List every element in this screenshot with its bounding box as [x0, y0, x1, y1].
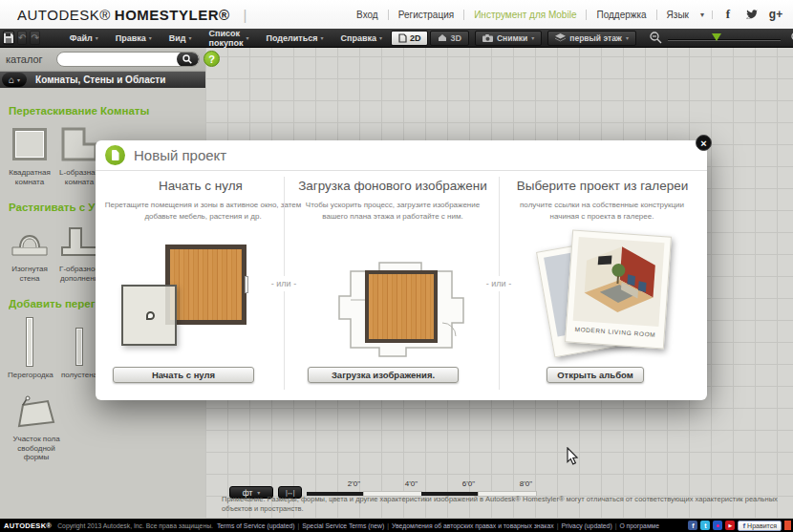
zoom-slider-track: [668, 39, 781, 41]
option-upload-description: Чтобы ускорить процесс, загрузите изобра…: [298, 200, 487, 223]
footer-links: Terms of Service (updated) Special Servi…: [217, 522, 665, 529]
view-3d-button[interactable]: 3D: [430, 31, 469, 46]
catalog-item-curved-wall[interactable]: Изогнутая стена: [8, 220, 52, 283]
language-dropdown-icon[interactable]: ▾: [698, 11, 713, 19]
close-icon[interactable]: ×: [696, 135, 712, 151]
footer-link-terms[interactable]: Terms of Service (updated): [217, 522, 302, 529]
ruler-tick: 6'0": [442, 479, 475, 488]
option-upload-heading: Загрузка фонового изображени: [291, 179, 494, 193]
menu-help[interactable]: Справка▾: [332, 29, 391, 48]
top-bar: AUTODESK®HOMESTYLER® | Вход Регистрация …: [0, 0, 793, 29]
google-plus-icon[interactable]: g+: [768, 7, 783, 22]
logo-divider: |: [244, 7, 247, 23]
option-scratch-heading: Начать с нуля: [105, 179, 296, 193]
zoom-slider-thumb[interactable]: [712, 33, 721, 41]
language-link[interactable]: Язык: [657, 10, 698, 20]
halfwall-icon: [75, 328, 83, 366]
zoom-slider[interactable]: [668, 32, 781, 44]
footer-bar: AUTODESK® Copyright 2013 Autodesk, Inc. …: [0, 519, 793, 532]
catalog-search-row: каталог: [0, 48, 205, 72]
or-separator: - или -: [270, 276, 297, 291]
footer-social-icons: f t ▶ f Нравится: [688, 521, 791, 531]
breadcrumb: Комнаты, Стены и Области: [35, 74, 165, 85]
open-album-button[interactable]: Открыть альбом: [547, 367, 644, 383]
help-button[interactable]: ?: [204, 51, 220, 67]
snapshots-dropdown[interactable]: Снимки▾: [475, 31, 542, 46]
upload-image-button[interactable]: Загрузка изображения.: [308, 367, 459, 383]
footer-link-about[interactable]: О программе: [619, 522, 665, 529]
ruler-tick: 8'0": [500, 479, 532, 488]
catalog-label: каталог: [6, 53, 43, 65]
dialog-header: Новый проект: [96, 140, 707, 171]
camera-icon: [482, 34, 493, 42]
or-separator: - или -: [485, 276, 512, 291]
catalog-item-square-room[interactable]: Квадратная комната: [8, 123, 52, 186]
twitter-icon[interactable]: [744, 7, 760, 22]
start-from-scratch-button[interactable]: Начать с нуля: [113, 367, 254, 383]
youtube-icon[interactable]: ▶: [725, 521, 735, 530]
floor-selector-dropdown[interactable]: первый этаж▾: [547, 31, 636, 46]
flickr-icon[interactable]: [713, 521, 722, 530]
footer-link-special-terms[interactable]: Special Service Terms (new): [302, 522, 392, 529]
save-button[interactable]: [3, 31, 14, 45]
homestyler-app: AUTODESK®HOMESTYLER® | Вход Регистрация …: [0, 0, 793, 532]
share-icon[interactable]: [784, 521, 791, 530]
layers-icon: [555, 33, 566, 42]
footer-link-privacy[interactable]: Privacy (updated): [561, 522, 619, 529]
house-icon: [438, 33, 447, 42]
zoom-controls: [644, 32, 793, 44]
footer-autodesk-logo: AUTODESK®: [4, 521, 52, 530]
catalog-item-partition[interactable]: Перегородка: [8, 316, 52, 380]
footer-link-trademarks[interactable]: Уведомления об авторских правах и товарн…: [392, 522, 561, 529]
ruler-tick: 2'0": [328, 479, 360, 488]
logo-homestyler: HOMESTYLER®: [115, 7, 230, 23]
menu-file[interactable]: Файл▾: [61, 29, 107, 48]
new-project-icon: [105, 145, 125, 165]
register-link[interactable]: Регистрация: [389, 10, 464, 20]
disclaimer-text: Примечание. Размеры, формы, цвета и друг…: [222, 495, 793, 514]
new-project-dialog: × Новый проект Начать с нуля Перетащите …: [96, 140, 707, 400]
gallery-polaroid-front[interactable]: MODERN LIVING ROOM: [565, 230, 672, 350]
menu-view[interactable]: Вид▾: [161, 29, 201, 48]
option-scratch-description: Перетащите помещения и зоны в активное о…: [100, 200, 306, 223]
autodesk-homestyler-logo: AUTODESK®HOMESTYLER®: [17, 7, 230, 23]
facebook-f-icon: f: [742, 521, 745, 530]
search-input[interactable]: [65, 53, 177, 65]
login-link[interactable]: Вход: [347, 10, 389, 20]
ruler-tick: 4'0": [385, 479, 418, 488]
footer-copyright: Copyright 2013 Autodesk, Inc. Все права …: [57, 522, 213, 529]
catalog-home-button[interactable]: ⌂ ▾: [2, 73, 27, 87]
menu-share[interactable]: Поделиться▾: [257, 29, 332, 48]
partition-icon: [26, 317, 33, 367]
main-toolbar: ↶ ↷ Файл▾ Правка▾ Вид▾ Список покупок▾ П…: [0, 29, 793, 48]
option-gallery-heading: Выберите проект из галереи: [504, 179, 700, 193]
room-resize-handle: [245, 276, 248, 293]
facebook-icon[interactable]: f: [688, 521, 697, 530]
support-link[interactable]: Поддержка: [587, 10, 656, 20]
view-2d-button[interactable]: 2D: [391, 31, 429, 46]
home-icon: ⌂: [9, 75, 14, 85]
logo-autodesk: AUTODESK®: [17, 7, 111, 23]
catalog-item-freeform-floor[interactable]: Участок пола свободной формы: [8, 395, 65, 462]
wood-floor-room: [165, 245, 246, 325]
g-addition-icon: [60, 224, 98, 257]
zoom-out-button[interactable]: [650, 32, 663, 44]
toolbar-right: 2D 3D Снимки▾ первый этаж▾: [391, 31, 793, 46]
page-icon: [398, 33, 407, 43]
catalog-search: [56, 52, 200, 67]
top-social-icons: f g+: [720, 7, 783, 22]
wood-floor-overlay: [365, 270, 438, 343]
undo-button[interactable]: ↶: [17, 31, 27, 45]
menu-shopping-list[interactable]: Список покупок▾: [201, 29, 258, 48]
redo-button[interactable]: ↷: [30, 31, 39, 45]
twitter-icon[interactable]: t: [700, 521, 710, 530]
dialog-title: Новый проект: [134, 147, 226, 163]
facebook-icon[interactable]: f: [720, 7, 736, 22]
mobile-tool-link[interactable]: Инструмент для Mobile: [464, 10, 587, 20]
option-gallery-description: получите ссылки на собственные конструкц…: [511, 200, 693, 223]
search-button[interactable]: [177, 52, 199, 67]
l-room-icon: [61, 127, 97, 161]
menu-edit[interactable]: Правка▾: [107, 29, 161, 48]
facebook-like-button[interactable]: f Нравится: [738, 521, 782, 531]
square-room-icon: [12, 128, 47, 160]
